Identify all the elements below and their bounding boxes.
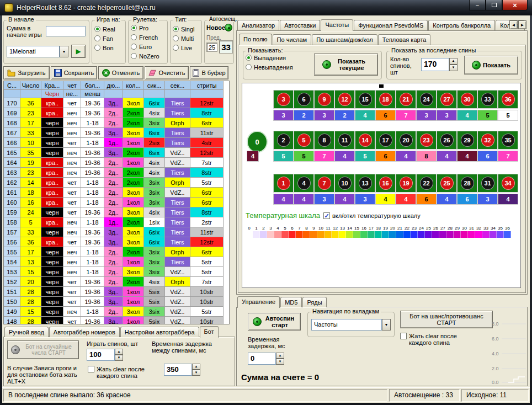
table-cell: Tiers	[165, 217, 190, 227]
clear-after-spin-checkbox-right[interactable]: Жать clear после каждого спина	[400, 333, 462, 346]
chevron-down-icon[interactable]: ▼	[382, 319, 391, 331]
start-sum-input[interactable]	[46, 26, 86, 36]
subtab-1[interactable]: По числам	[273, 34, 312, 45]
subtab-3[interactable]: Тепловая карта	[378, 34, 431, 45]
spin-up-icon[interactable]: ▲	[449, 58, 457, 65]
heat-tick-label: 36	[505, 226, 510, 231]
radio-real[interactable]: Real	[94, 25, 125, 33]
play-button[interactable]: ▶	[71, 45, 86, 58]
tab-right-0[interactable]: Анализатор	[237, 20, 279, 30]
radio-euro[interactable]: Euro	[131, 42, 167, 51]
clear-after-spin-checkbox[interactable]: Жать clear после каждого спина	[88, 366, 147, 379]
heat-tick: 21	[396, 226, 403, 238]
chevron-down-icon[interactable]: ▼	[60, 46, 68, 57]
radio-icon	[94, 45, 100, 51]
tab-left-1[interactable]: Автограббер номеров	[49, 327, 120, 337]
tab-ctl-1[interactable]: MD5	[280, 297, 302, 307]
table-cell: 19-36	[81, 237, 104, 247]
table-cell: VdZ..	[165, 148, 190, 158]
radio-live[interactable]: Live	[173, 44, 201, 52]
table-cell: 5str	[190, 307, 224, 317]
nav-combobox[interactable]: Частоты ▼	[311, 319, 391, 331]
tab-left-0[interactable]: Ручной ввод	[4, 327, 49, 337]
svg-text:2.0: 2.0	[492, 366, 499, 371]
radio-singl[interactable]: Singl	[173, 25, 201, 33]
table-cell: 13	[20, 257, 41, 267]
tab-scroll-right-button[interactable]: ►	[518, 20, 526, 29]
field-resize-handle[interactable]	[379, 84, 384, 88]
spins-count-stepper[interactable]: 100 ▲▼	[87, 349, 123, 361]
table-cell: 12str	[190, 148, 224, 158]
temp-scale-checkbox[interactable]: ✓вкл/откл температурную шкалу	[323, 212, 421, 219]
radio-pro[interactable]: Pro	[131, 24, 167, 32]
spin-down-icon[interactable]: ▼	[115, 355, 123, 361]
load-button[interactable]: Загрузить	[3, 66, 50, 79]
heat-tick: 9	[310, 226, 317, 238]
spin-delay-value[interactable]: 350	[164, 364, 192, 376]
number-disc: 22	[420, 177, 433, 190]
minimize-button[interactable]: −	[469, 0, 486, 10]
spin-up-icon[interactable]: ▲	[115, 349, 123, 355]
tab-right-2[interactable]: Частоты	[321, 19, 353, 31]
last-spins-stepper[interactable]: 170 ▲▼	[421, 58, 457, 71]
save-button[interactable]: Сохранить	[51, 66, 97, 79]
tab-ctl-2[interactable]: Ряды	[302, 297, 326, 307]
tab-scroll-left-button[interactable]: ◄	[509, 20, 518, 29]
table-cell: черн	[41, 138, 63, 148]
profile-combobox[interactable]: 1Melonati ▼	[7, 46, 68, 57]
heat-tick-label: 11	[326, 226, 330, 231]
close-icon: ×	[513, 1, 517, 9]
spins-table[interactable]: С...ЧислоКра...четбол...дю...кол...сик..…	[3, 81, 230, 324]
close-button[interactable]: ×	[502, 0, 528, 10]
show-current-button[interactable]: Показать текущие	[314, 54, 378, 76]
floppy-icon	[54, 69, 62, 77]
radio-french[interactable]: French	[131, 33, 167, 41]
radio-fan[interactable]: Fan	[94, 34, 125, 42]
table-cell: 2д..	[104, 168, 123, 178]
tab-left-3[interactable]: Бот	[200, 326, 219, 338]
heat-tick-label: 16	[361, 226, 366, 231]
subtab-0[interactable]: По полю	[239, 34, 272, 45]
spin-up-icon[interactable]: ▲	[276, 353, 284, 359]
radio-multi[interactable]: Multi	[173, 34, 201, 42]
spin-delay-stepper[interactable]: 350 ▲▼	[164, 364, 200, 376]
radio-icon	[94, 35, 100, 41]
delay-value[interactable]: 0	[248, 353, 276, 365]
autoshift-new-button[interactable]: Новое	[206, 24, 225, 31]
spin-down-icon[interactable]: ▼	[192, 370, 200, 376]
clear-button[interactable]: Очистить	[145, 66, 189, 79]
spin-down-icon[interactable]: ▼	[276, 359, 284, 365]
table-subheader-cell	[20, 90, 41, 98]
last-spins-value[interactable]: 170	[421, 58, 449, 71]
delay-stepper[interactable]: 0 ▲▼	[248, 353, 284, 365]
spins-count-value[interactable]: 100	[87, 349, 115, 361]
radio-nozero[interactable]: NoZero	[131, 52, 167, 60]
random-bot-start-button[interactable]: Бот на случайные числа СТАРТ	[7, 340, 79, 359]
tab-right-3[interactable]: Функционал PsevdoMS	[354, 20, 428, 30]
tab-left-2[interactable]: Настройки автограббера	[120, 327, 199, 337]
table-cell: Tiers	[165, 257, 190, 267]
copy-buffer-button[interactable]: В буфер	[190, 66, 228, 79]
tab-right-1[interactable]: Автоставки	[280, 20, 320, 30]
table-cell: 6six	[144, 148, 165, 158]
undo-button[interactable]: Отменить	[98, 66, 143, 79]
maximize-button[interactable]	[486, 0, 502, 10]
table-cell: 5str	[190, 267, 224, 277]
field-freq-cell: 6	[375, 151, 396, 162]
table-cell: VdZ..	[165, 267, 190, 277]
chance-bot-start-button[interactable]: Бот на шанс/противошанс СТАРТ	[400, 311, 493, 328]
autospin-start-button[interactable]: Автоспин старт	[248, 313, 301, 331]
tab-ctl-0[interactable]: Управление	[237, 296, 280, 308]
subtab-2[interactable]: По шансам/дюж/кол	[312, 34, 377, 45]
field-freq-cell: 5	[477, 110, 498, 121]
tab-right-4[interactable]: Контроль банкролла	[428, 20, 495, 30]
heat-tick: 15	[353, 226, 360, 238]
title-bar[interactable]: HelperRoullet 8.62 - create helperroulle…	[0, 0, 532, 15]
radio-icon	[173, 26, 179, 32]
spin-up-icon[interactable]: ▲	[192, 364, 200, 370]
radio-bon[interactable]: Bon	[94, 44, 125, 52]
field-number-cell: 9	[314, 90, 334, 109]
autoshift-current-value: 33	[219, 40, 233, 54]
show-button[interactable]: Показать	[464, 56, 518, 74]
spin-down-icon[interactable]: ▼	[449, 65, 457, 71]
